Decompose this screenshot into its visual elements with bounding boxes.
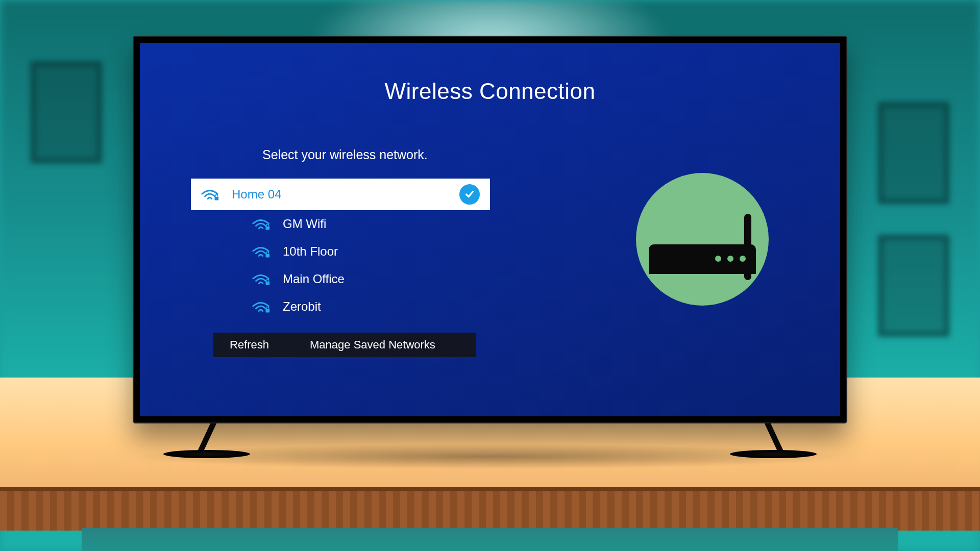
svg-rect-0	[215, 197, 219, 201]
network-item-gmwifi[interactable]: GM Wifi	[191, 210, 490, 238]
wall-frame-decor	[878, 235, 949, 337]
network-label: Main Office	[283, 272, 345, 286]
manage-networks-button[interactable]: Manage Saved Networks	[293, 338, 452, 352]
checkmark-icon	[459, 184, 480, 205]
wall-frame-decor	[31, 61, 102, 163]
action-bar: Refresh Manage Saved Networks	[213, 333, 476, 357]
network-label: GM Wifi	[283, 217, 326, 231]
network-label: Zerobit	[283, 299, 321, 314]
network-item-10thfloor[interactable]: 10th Floor	[191, 238, 490, 265]
tv-frame: Wireless Connection Select your wireless…	[133, 36, 847, 423]
svg-rect-1	[266, 227, 270, 230]
wall-frame-decor	[878, 102, 949, 204]
router-lights-icon	[715, 256, 746, 262]
wifi-lock-icon	[251, 244, 271, 259]
router-body-icon	[649, 244, 756, 274]
instruction-text: Select your wireless network.	[262, 147, 840, 162]
table-front	[0, 487, 980, 531]
page-title: Wireless Connection	[140, 43, 840, 104]
wifi-lock-icon	[251, 299, 271, 314]
network-label: 10th Floor	[283, 244, 338, 259]
network-item-zerobit[interactable]: Zerobit	[191, 293, 490, 320]
network-label: Home 04	[232, 187, 281, 202]
wifi-lock-icon	[251, 271, 271, 287]
wifi-lock-icon	[251, 216, 271, 232]
refresh-button[interactable]: Refresh	[213, 338, 293, 352]
tv-stand	[163, 421, 250, 458]
svg-rect-4	[266, 309, 270, 313]
router-icon	[636, 173, 769, 306]
svg-rect-2	[266, 254, 270, 258]
network-item-home04[interactable]: Home 04	[191, 179, 490, 210]
tv-stand	[730, 421, 817, 458]
table-cutout	[82, 528, 898, 551]
wifi-lock-icon	[200, 187, 219, 202]
tv-screen: Wireless Connection Select your wireless…	[140, 43, 840, 416]
network-item-mainoffice[interactable]: Main Office	[191, 265, 490, 293]
svg-rect-3	[266, 282, 270, 285]
